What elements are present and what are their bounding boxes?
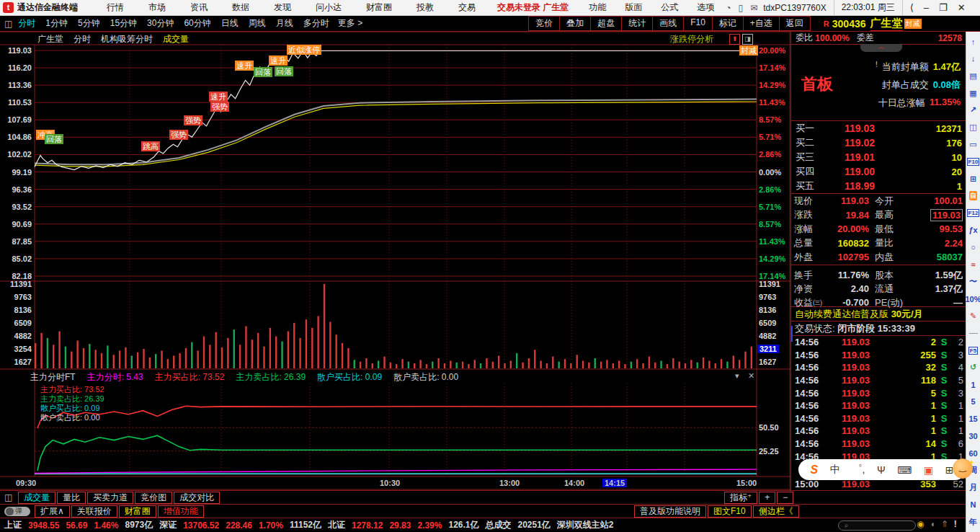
- period-tab-8[interactable]: 月线: [276, 17, 293, 30]
- analysis-up-icon[interactable]: ⬆: [729, 34, 740, 45]
- divider[interactable]: [966, 324, 980, 342]
- indicator-collapse-icon[interactable]: ▾: [735, 371, 739, 381]
- quote-table-icon[interactable]: ▦: [966, 84, 980, 102]
- headset-icon[interactable]: ◔: [726, 3, 731, 13]
- period-tab-3[interactable]: 15分钟: [110, 17, 137, 30]
- punctuation[interactable]: ゜,: [852, 464, 865, 476]
- alert-icon[interactable]: !: [954, 519, 957, 529]
- period-tab-7[interactable]: 周线: [249, 17, 266, 30]
- layout-icon[interactable]: ◫: [4, 19, 12, 29]
- period-tab-6[interactable]: 日线: [221, 17, 239, 30]
- subchart-tab-2[interactable]: 买卖力道: [87, 492, 133, 504]
- more-menu[interactable]: 更多 >: [338, 17, 362, 30]
- menu-item-2[interactable]: 资讯: [190, 1, 208, 14]
- period-15[interactable]: 15: [966, 410, 980, 427]
- news-icon[interactable]: ▭: [966, 136, 980, 154]
- tool-button-3[interactable]: 统计: [621, 16, 652, 31]
- tool-button-4[interactable]: 画线: [652, 16, 683, 31]
- skin-icon[interactable]: ▣: [924, 464, 933, 476]
- tool-button-7[interactable]: +自选: [743, 16, 779, 31]
- period-1[interactable]: 1: [966, 376, 980, 394]
- extension-tab-3[interactable]: 增值功能: [158, 505, 204, 518]
- panel-collapse-handle[interactable]: ︿: [860, 44, 902, 52]
- mail-icon[interactable]: ✉: [750, 3, 757, 13]
- extension-tab-1[interactable]: 关联报价: [71, 505, 117, 518]
- indicator-title[interactable]: 主力分时FT: [30, 371, 76, 384]
- tick-list[interactable]: 14:56119.032S214:56119.03255S314:56119.0…: [791, 336, 966, 464]
- period-month[interactable]: 月: [966, 479, 980, 497]
- indicator-control-2[interactable]: −: [777, 492, 793, 504]
- f10-button[interactable]: F10: [966, 153, 980, 170]
- tool-button-2[interactable]: 超盘: [590, 16, 621, 31]
- subchart-tab-0[interactable]: 成交量: [18, 492, 55, 504]
- up-icon[interactable]: ↑: [966, 33, 980, 50]
- pane-icon[interactable]: ◫: [4, 492, 12, 502]
- period-tab-4[interactable]: 30分钟: [147, 17, 174, 30]
- down-icon[interactable]: ↓: [966, 50, 980, 68]
- sector-tree-icon[interactable]: ⊞: [966, 170, 980, 187]
- menu-item-5[interactable]: 问小达: [316, 1, 342, 14]
- menu-item-r3[interactable]: 选项: [697, 1, 714, 14]
- period-n[interactable]: N: [966, 496, 980, 513]
- lang-chinese[interactable]: 中: [830, 464, 840, 476]
- trend-chart-icon[interactable]: ↗: [966, 102, 980, 119]
- close-button[interactable]: ✕: [958, 2, 966, 13]
- top-icon[interactable]: ⇑: [941, 519, 948, 529]
- menu-item-8[interactable]: 交易: [458, 1, 476, 14]
- period-5[interactable]: 5: [966, 394, 980, 411]
- refresh-icon[interactable]: ↺: [966, 359, 980, 376]
- menu-item-r0[interactable]: 功能: [589, 1, 606, 14]
- help-link-2[interactable]: 侧边栏《: [753, 505, 799, 518]
- microphone-icon[interactable]: Ψ: [877, 464, 886, 476]
- indicator-control-1[interactable]: +: [759, 492, 775, 504]
- tool-button-0[interactable]: 竞价: [528, 16, 559, 31]
- coin-icon[interactable]: ◉: [917, 519, 924, 529]
- tool-button-8[interactable]: 返回: [779, 16, 811, 31]
- menu-item-4[interactable]: 发现: [274, 1, 291, 14]
- period-tab-2[interactable]: 5分钟: [78, 17, 100, 30]
- menu-item-6[interactable]: 财富圈: [366, 1, 392, 14]
- f5-button[interactable]: F5: [966, 342, 980, 359]
- search-input[interactable]: ⌕: [838, 520, 916, 531]
- formula-icon[interactable]: ƒx: [966, 222, 980, 239]
- subchart-tab-3[interactable]: 竞价图: [135, 492, 172, 504]
- tool-button-1[interactable]: 叠加: [559, 16, 590, 31]
- analysis-panel-icon[interactable]: ◨: [742, 34, 753, 45]
- bell-icon[interactable]: ◖: [930, 519, 935, 529]
- popup-toggle[interactable]: 弹: [4, 507, 30, 516]
- f12-button[interactable]: F12: [966, 205, 980, 222]
- period-tab-1[interactable]: 1分钟: [45, 17, 68, 30]
- extension-tab-0[interactable]: 扩展∧: [35, 505, 70, 518]
- collapse-button[interactable]: ⟨: [910, 2, 914, 13]
- keyboard-icon[interactable]: ⌨: [897, 464, 912, 476]
- period-tab-0[interactable]: 分时: [18, 17, 35, 30]
- panel-scrollbar-thumb[interactable]: [790, 326, 793, 342]
- wave-blue-icon[interactable]: 〜: [966, 273, 980, 291]
- menu-item-3[interactable]: 数据: [232, 1, 249, 14]
- tool-button-6[interactable]: 标记: [712, 16, 743, 31]
- menu-item-1[interactable]: 市场: [148, 1, 166, 14]
- period-tab-5[interactable]: 60分钟: [184, 17, 210, 30]
- indicator-close-icon[interactable]: ✕: [748, 371, 754, 381]
- wave-red-icon[interactable]: ≈: [966, 256, 980, 273]
- diary-icon[interactable]: 自: [966, 187, 980, 205]
- pencil-icon[interactable]: ✎: [966, 308, 980, 325]
- help-link-1[interactable]: 图文F10: [708, 505, 752, 518]
- circle-icon[interactable]: ○: [966, 239, 980, 256]
- kline-chart-icon[interactable]: ◫: [966, 119, 980, 136]
- subchart-tab-1[interactable]: 量比: [57, 492, 86, 504]
- subchart-tab-4[interactable]: 成交对比: [174, 492, 220, 504]
- renew-banner[interactable]: 自动续费通达信普及版 30元/月: [791, 307, 966, 322]
- tool-button-5[interactable]: F10: [683, 16, 712, 31]
- period-year[interactable]: 年: [966, 513, 980, 531]
- extension-tab-2[interactable]: 财富圈: [119, 505, 156, 518]
- report-list-icon[interactable]: ▤: [966, 67, 980, 84]
- period-tab-9[interactable]: 多分时: [303, 17, 329, 30]
- menu-item-r2[interactable]: 公式: [661, 1, 678, 14]
- period-30[interactable]: 30: [966, 427, 980, 445]
- phone-icon[interactable]: ▯: [739, 3, 744, 13]
- sogou-logo[interactable]: S: [811, 464, 819, 476]
- login-status[interactable]: 交易未登录 广生堂: [497, 1, 569, 14]
- menu-item-0[interactable]: 行情: [107, 1, 124, 14]
- maximize-button[interactable]: ❐: [939, 2, 948, 13]
